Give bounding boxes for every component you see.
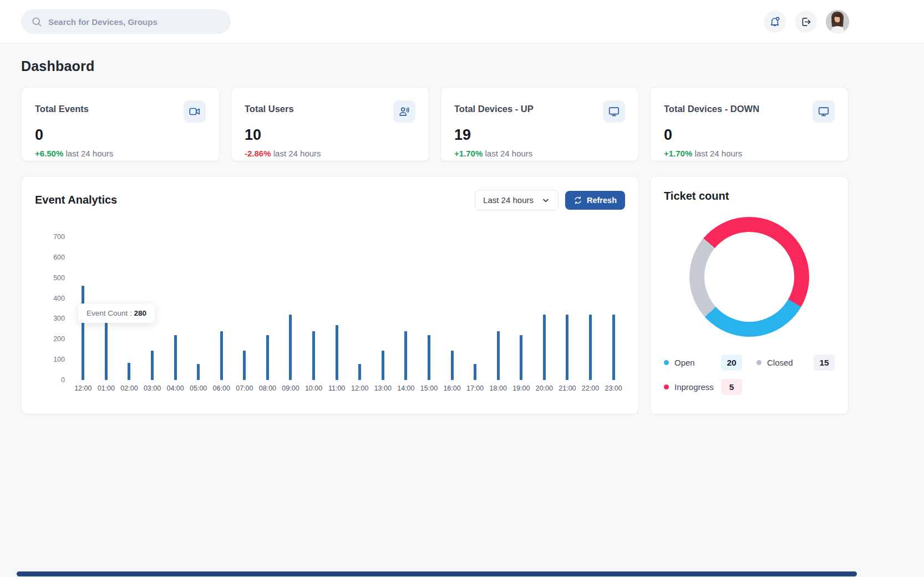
top-actions	[764, 10, 849, 33]
stat-period: last 24 hours	[694, 149, 742, 158]
x-tick-label: 21:00	[559, 384, 576, 392]
stat-card-devices-down: Total Devices - DOWN 0 +1.70% last 24 ho…	[650, 87, 849, 161]
stat-value: 10	[245, 126, 415, 144]
stat-cards-row: Total Events 0 +6.50% last 24 hours Tota…	[21, 87, 849, 161]
bar-column: 15:00	[418, 237, 441, 380]
page-title: Dashbaord	[21, 58, 849, 74]
bar-column: 22:00	[579, 237, 602, 380]
bar[interactable]	[566, 315, 568, 380]
bar-column: 20:00	[533, 237, 556, 380]
bar[interactable]	[520, 335, 522, 380]
bar[interactable]	[358, 364, 361, 380]
bar[interactable]	[312, 331, 315, 380]
x-tick-label: 01:00	[98, 384, 115, 392]
logout-button[interactable]	[795, 11, 817, 33]
bar-column: 07:00	[233, 237, 256, 380]
ticket-legend: Open20Closed15Inprogress5	[664, 355, 835, 395]
tooltip-label: Event Count :	[87, 309, 132, 317]
bar[interactable]	[612, 315, 615, 380]
stat-period: last 24 hours	[485, 149, 532, 158]
bar[interactable]	[220, 331, 223, 380]
bar[interactable]	[151, 351, 154, 380]
y-tick-label: 400	[53, 295, 65, 302]
ticket-count-title: Ticket count	[664, 190, 835, 203]
bar[interactable]	[266, 335, 269, 380]
stat-period: last 24 hours	[65, 149, 113, 158]
x-tick-label: 10:00	[305, 384, 322, 392]
x-tick-label: 04:00	[166, 384, 184, 392]
bar[interactable]	[428, 335, 430, 380]
x-tick-label: 02:00	[120, 384, 138, 392]
bar[interactable]	[336, 325, 338, 381]
stat-value: 19	[454, 126, 625, 144]
bar[interactable]	[543, 315, 546, 380]
x-tick-label: 23:00	[605, 384, 622, 392]
bar-column: 14:00	[394, 237, 418, 380]
user-avatar[interactable]	[826, 10, 849, 33]
stat-value: 0	[664, 126, 835, 144]
charts-row: Event Analytics Last 24 hours	[21, 176, 849, 414]
search-bar[interactable]	[21, 9, 231, 34]
bar-column: 11:00	[325, 237, 348, 380]
bar[interactable]	[497, 331, 500, 380]
stat-card-devices-up: Total Devices - UP 19 +1.70% last 24 hou…	[440, 87, 639, 161]
logout-icon	[800, 16, 812, 28]
notifications-button[interactable]	[764, 11, 786, 33]
stat-period: last 24 hours	[273, 149, 321, 158]
monitor-icon	[603, 100, 625, 123]
bar-column: 12:00	[348, 237, 372, 380]
x-tick-label: 12:00	[351, 384, 368, 392]
bar[interactable]	[197, 364, 200, 380]
bar[interactable]	[243, 351, 246, 380]
stat-value: 0	[35, 126, 206, 144]
top-bar	[0, 0, 924, 43]
stat-delta: +1.70%	[454, 149, 483, 158]
bar[interactable]	[174, 335, 177, 380]
stat-title: Total Devices - DOWN	[664, 100, 759, 114]
video-camera-icon	[184, 100, 206, 123]
tooltip-value: 280	[134, 309, 147, 317]
legend-item-open: Open20	[664, 355, 742, 371]
search-icon	[31, 16, 42, 27]
bar[interactable]	[474, 364, 476, 380]
legend-label: Closed	[767, 358, 793, 367]
refresh-button[interactable]: Refresh	[565, 191, 625, 210]
x-tick-label: 19:00	[512, 384, 530, 392]
legend-value-badge: 20	[721, 355, 742, 371]
bar[interactable]	[82, 286, 84, 380]
bar[interactable]	[289, 315, 292, 380]
x-tick-label: 15:00	[420, 384, 438, 392]
stat-delta: -2.86%	[245, 149, 271, 158]
chart-tooltip: Event Count : 280	[78, 303, 155, 323]
legend-label: Open	[674, 358, 695, 367]
legend-value-badge: 5	[721, 379, 742, 395]
search-input[interactable]	[48, 17, 221, 27]
bar[interactable]	[404, 331, 407, 380]
x-tick-label: 05:00	[190, 384, 207, 392]
horizontal-scrollbar[interactable]	[17, 571, 857, 576]
x-tick-label: 06:00	[213, 384, 230, 392]
time-range-value: Last 24 hours	[483, 195, 534, 205]
legend-item-inprogress: Inprogress5	[664, 379, 742, 395]
y-tick-label: 200	[53, 335, 65, 343]
event-analytics-card: Event Analytics Last 24 hours	[21, 176, 639, 414]
ticket-donut-chart[interactable]	[689, 217, 809, 337]
bar-column: 19:00	[510, 237, 533, 380]
legend-item-closed: Closed15	[757, 355, 835, 371]
time-range-select[interactable]: Last 24 hours	[475, 190, 559, 210]
bar[interactable]	[105, 323, 108, 380]
ticket-count-card: Ticket count Open20Closed15Inprogress5	[650, 176, 849, 414]
bar-column: 05:00	[187, 237, 210, 380]
bar-column: 04:00	[164, 237, 187, 380]
x-tick-label: 17:00	[466, 384, 484, 392]
bar[interactable]	[589, 315, 592, 380]
x-tick-label: 16:00	[443, 384, 460, 392]
bar[interactable]	[451, 351, 454, 380]
bar[interactable]	[382, 351, 384, 380]
legend-dot	[664, 360, 669, 365]
bar[interactable]	[128, 363, 130, 380]
x-tick-label: 20:00	[536, 384, 553, 392]
bar-column: 09:00	[279, 237, 302, 380]
stat-title: Total Users	[245, 100, 294, 114]
bar-column: 06:00	[210, 237, 233, 380]
